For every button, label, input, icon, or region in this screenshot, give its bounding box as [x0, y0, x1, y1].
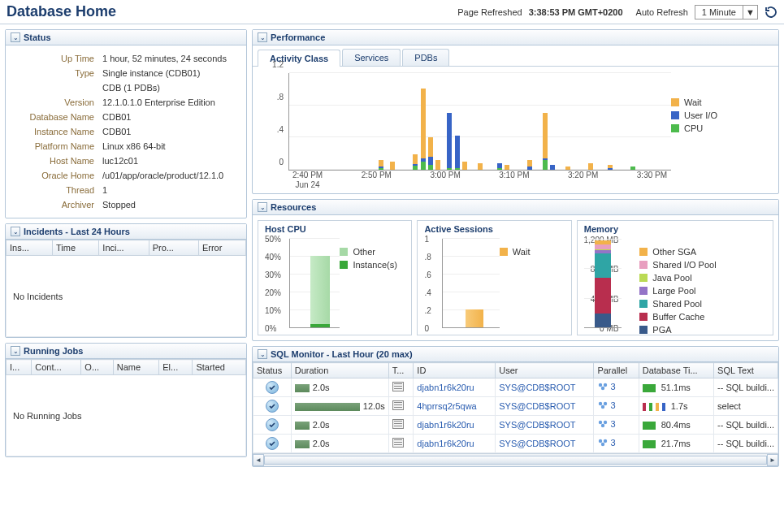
column-header[interactable]: El...	[159, 360, 193, 375]
page-refreshed-label: Page Refreshed	[457, 7, 522, 17]
sql-id-link[interactable]: djabn1r6k20ru	[417, 383, 474, 392]
column-header[interactable]: Pro...	[149, 240, 198, 256]
parallel-icon[interactable]: 3	[597, 419, 615, 429]
scroll-left-icon[interactable]: ◄	[253, 454, 264, 466]
sql-id-link[interactable]: djabn1r6k20ru	[417, 439, 474, 448]
column-header[interactable]: User	[496, 363, 594, 378]
sql-user-link[interactable]: SYS@CDB$ROOT	[499, 383, 575, 392]
sql-type-icon	[392, 382, 404, 391]
column-header[interactable]: ID	[414, 363, 496, 378]
svg-point-9	[599, 439, 602, 443]
jobs-empty: No Running Jobs	[6, 375, 246, 456]
column-header[interactable]: Parallel	[594, 363, 639, 378]
legend-item: CPU	[671, 123, 769, 133]
parallel-icon[interactable]: 3	[597, 400, 615, 410]
collapse-icon[interactable]: ⌄	[258, 202, 267, 212]
sql-id-link[interactable]: 4hprrsq2r5qwa	[417, 401, 476, 411]
svg-point-10	[604, 439, 607, 443]
check-icon	[266, 418, 279, 431]
column-header[interactable]: Cont...	[32, 360, 81, 375]
svg-point-5	[601, 405, 604, 409]
check-icon	[266, 400, 279, 413]
tab-pdbs[interactable]: PDBs	[402, 49, 449, 66]
page-title: Database Home	[6, 3, 457, 20]
column-header[interactable]: Database Ti...	[639, 363, 713, 378]
panel-title-incidents: Incidents - Last 24 Hours	[24, 227, 130, 236]
sql-type-icon	[392, 419, 404, 429]
sql-user-link[interactable]: SYS@CDB$ROOT	[499, 401, 575, 411]
scroll-right-icon[interactable]: ►	[767, 454, 778, 466]
column-header[interactable]: Inci...	[99, 240, 149, 256]
panel-title-sql: SQL Monitor - Last Hour (20 max)	[271, 349, 413, 359]
performance-panel: ⌄ Performance Activity ClassServicesPDBs…	[252, 29, 779, 194]
panel-title-resources: Resources	[271, 202, 316, 212]
running-jobs-panel: ⌄ Running Jobs I...Cont...O...NameEl...S…	[5, 343, 247, 457]
collapse-icon[interactable]: ⌄	[258, 32, 267, 42]
column-header[interactable]: O...	[81, 360, 113, 375]
incidents-panel: ⌄ Incidents - Last 24 Hours Ins...TimeIn…	[5, 223, 247, 338]
chevron-down-icon: ▼	[743, 6, 757, 19]
tab-services[interactable]: Services	[342, 49, 401, 66]
svg-point-3	[599, 402, 602, 405]
svg-point-11	[601, 443, 604, 446]
check-icon	[266, 437, 279, 450]
column-header[interactable]: Status	[253, 363, 292, 378]
memory-card: Memory 0 MB400 MB800 MB1,200 MB Other SG…	[577, 220, 773, 335]
svg-point-2	[601, 387, 604, 390]
status-table: Up Time1 hour, 52 minutes, 24 seconds Ty…	[11, 50, 241, 213]
check-icon	[266, 381, 279, 394]
performance-chart: 0.4.81.2 2:40 PM2:50 PM3:00 PM3:10 PM3:2…	[262, 73, 671, 187]
svg-point-7	[604, 421, 607, 424]
auto-refresh-value: 1 Minute	[695, 6, 743, 19]
scrollbar-thumb[interactable]	[264, 456, 767, 465]
incidents-grid: Ins...TimeInci...Pro...Error No Incident…	[6, 240, 246, 337]
column-header[interactable]: Started	[193, 360, 246, 375]
svg-point-1	[604, 383, 607, 387]
resources-panel: ⌄ Resources Host CPU 0%10%20%30%40%50% O…	[252, 199, 779, 341]
horizontal-scrollbar[interactable]: ◄ ►	[253, 453, 778, 466]
incidents-empty: No Incidents	[6, 256, 246, 337]
sql-id-link[interactable]: djabn1r6k20ru	[417, 420, 474, 430]
collapse-icon[interactable]: ⌄	[11, 227, 20, 236]
refresh-icon[interactable]	[765, 6, 778, 19]
panel-title-jobs: Running Jobs	[24, 346, 83, 356]
panel-title-performance: Performance	[271, 32, 325, 42]
table-row[interactable]: 2.0sdjabn1r6k20ruSYS@CDB$ROOT 3 51.1ms--…	[253, 378, 778, 397]
column-header[interactable]: Time	[53, 240, 99, 256]
active-sessions-card: Active Sessions 0.2.4.6.81 Wait	[417, 220, 571, 335]
status-panel: ⌄ Status Up Time1 hour, 52 minutes, 24 s…	[5, 29, 247, 218]
collapse-icon[interactable]: ⌄	[258, 349, 267, 359]
collapse-icon[interactable]: ⌄	[11, 32, 20, 42]
auto-refresh-label: Auto Refresh	[636, 7, 688, 17]
column-header[interactable]: I...	[6, 360, 32, 375]
sql-grid: StatusDurationT...IDUserParallelDatabase…	[253, 362, 778, 453]
table-row[interactable]: 12.0s4hprrsq2r5qwaSYS@CDB$ROOT 3 1.7ssel…	[253, 397, 778, 416]
svg-point-6	[599, 421, 602, 424]
sql-user-link[interactable]: SYS@CDB$ROOT	[499, 420, 575, 430]
sql-type-icon	[392, 438, 404, 448]
sql-type-icon	[392, 400, 404, 410]
collapse-icon[interactable]: ⌄	[11, 346, 20, 356]
sql-user-link[interactable]: SYS@CDB$ROOT	[499, 439, 575, 448]
svg-point-0	[599, 383, 602, 387]
table-row[interactable]: 2.0sdjabn1r6k20ruSYS@CDB$ROOT 3 21.7ms--…	[253, 435, 778, 453]
panel-title-status: Status	[24, 32, 51, 42]
column-header[interactable]: Duration	[291, 363, 388, 378]
column-header[interactable]: Name	[113, 360, 159, 375]
jobs-grid: I...Cont...O...NameEl...Started No Runni…	[6, 359, 246, 456]
parallel-icon[interactable]: 3	[597, 438, 615, 448]
column-header[interactable]: SQL Text	[714, 363, 778, 378]
column-header[interactable]: T...	[388, 363, 414, 378]
tab-activity-class[interactable]: Activity Class	[258, 50, 340, 67]
svg-point-4	[604, 402, 607, 405]
legend-item: Wait	[671, 97, 769, 107]
auto-refresh-select[interactable]: 1 Minute ▼	[695, 5, 758, 19]
legend-item: User I/O	[671, 110, 769, 120]
parallel-icon[interactable]: 3	[597, 382, 615, 391]
column-header[interactable]: Ins...	[6, 240, 53, 256]
table-row[interactable]: 2.0sdjabn1r6k20ruSYS@CDB$ROOT 3 80.4ms--…	[253, 416, 778, 435]
svg-point-8	[601, 424, 604, 427]
page-refreshed-time: 3:38:53 PM GMT+0200	[529, 7, 623, 17]
column-header[interactable]: Error	[198, 240, 245, 256]
host-cpu-card: Host CPU 0%10%20%30%40%50% OtherInstance…	[258, 220, 412, 335]
